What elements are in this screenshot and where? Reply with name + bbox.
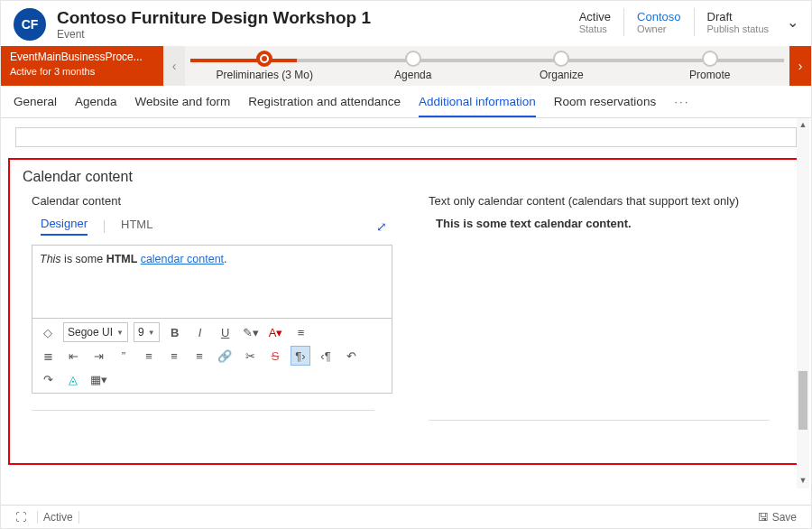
bpf-stage-promote[interactable]: Promote bbox=[636, 46, 785, 86]
tab-website[interactable]: Website and form bbox=[135, 95, 231, 117]
divider bbox=[429, 420, 770, 421]
stage-dot-icon bbox=[702, 51, 718, 67]
expand-icon[interactable]: ⤢ bbox=[376, 219, 387, 234]
bpf-next-arrow[interactable]: › bbox=[789, 46, 811, 86]
status-label: Status bbox=[579, 23, 611, 34]
editor-canvas[interactable]: This is some HTML calendar content. bbox=[32, 246, 392, 318]
footer-expand-icon[interactable]: ⛶ bbox=[10, 511, 32, 524]
stage-label: Promote bbox=[689, 69, 730, 81]
vertical-scrollbar[interactable]: ▲ ▼ bbox=[797, 118, 809, 488]
footer-bar: ⛶ Active 🖫 Save bbox=[1, 505, 811, 528]
editor-text: is some bbox=[64, 253, 106, 265]
status-value: Active bbox=[579, 10, 611, 23]
publish-value: Draft bbox=[707, 10, 769, 23]
tab-more[interactable]: ··· bbox=[674, 95, 689, 117]
stage-dot-icon bbox=[553, 51, 569, 67]
tab-additional-info[interactable]: Additional information bbox=[419, 95, 536, 117]
field-label-text: Text only calendar content (calendars th… bbox=[429, 194, 788, 208]
bpf-prev-arrow[interactable]: ‹ bbox=[163, 46, 185, 86]
rtl-icon[interactable]: ‹¶ bbox=[316, 346, 336, 366]
save-icon: 🖫 bbox=[758, 511, 769, 524]
align-right-icon[interactable]: ≡ bbox=[189, 346, 209, 366]
italic-icon[interactable]: I bbox=[190, 322, 210, 342]
scroll-down-icon[interactable]: ▼ bbox=[798, 476, 807, 487]
ltr-icon[interactable]: ¶› bbox=[291, 346, 310, 366]
bpf-stage-preliminaries[interactable]: Preliminaries (3 Mo) bbox=[190, 46, 339, 86]
owner-label: Owner bbox=[637, 23, 680, 34]
publish-label: Publish status bbox=[707, 23, 769, 34]
bpf-stage-organize[interactable]: Organize bbox=[487, 46, 636, 86]
tab-general[interactable]: General bbox=[14, 95, 57, 117]
text-only-content[interactable]: This is some text calendar content. bbox=[429, 217, 788, 230]
chevron-down-icon[interactable]: ⌄ bbox=[787, 14, 798, 31]
bold-icon[interactable]: B bbox=[165, 322, 185, 342]
font-color-icon[interactable]: A▾ bbox=[266, 322, 286, 342]
undo-icon[interactable]: ↶ bbox=[341, 346, 361, 366]
font-size-value: 9 bbox=[138, 326, 144, 339]
section-title: Calendar content bbox=[23, 169, 788, 185]
subtab-html[interactable]: HTML bbox=[121, 218, 152, 235]
clear-format-icon[interactable]: ◇ bbox=[38, 322, 58, 342]
bpf-duration: Active for 3 months bbox=[10, 65, 154, 78]
font-family-select[interactable]: Segoe UI▼ bbox=[63, 322, 128, 342]
collapsed-section bbox=[15, 127, 797, 147]
stage-label: Agenda bbox=[394, 69, 431, 81]
stage-label: Organize bbox=[540, 69, 584, 81]
outdent-icon[interactable]: ⇤ bbox=[63, 346, 83, 366]
bpf-stage-agenda[interactable]: Agenda bbox=[339, 46, 488, 86]
separator bbox=[78, 511, 79, 524]
stage-dot-icon bbox=[256, 51, 272, 67]
save-label: Save bbox=[772, 511, 797, 524]
highlight-icon[interactable]: ✎▾ bbox=[241, 322, 261, 342]
owner-link[interactable]: Contoso bbox=[637, 10, 680, 23]
editor-link[interactable]: calendar content bbox=[141, 253, 224, 265]
table-icon[interactable]: ▦▾ bbox=[88, 369, 108, 389]
stage-dot-icon bbox=[405, 51, 421, 67]
field-label-html: Calendar content bbox=[23, 194, 392, 208]
form-tabs: General Agenda Website and form Registra… bbox=[1, 86, 811, 118]
strike-icon[interactable]: S bbox=[265, 346, 285, 366]
editor-text: HTML bbox=[106, 253, 141, 265]
link-icon[interactable]: 🔗 bbox=[215, 346, 235, 366]
save-button[interactable]: 🖫 Save bbox=[752, 511, 802, 524]
business-process-flow: EventMainBusinessProce... Active for 3 m… bbox=[1, 46, 811, 86]
separator bbox=[104, 220, 105, 233]
bpf-name: EventMainBusinessProce... bbox=[10, 51, 154, 65]
tab-registration[interactable]: Registration and attendance bbox=[248, 95, 401, 117]
scroll-up-icon[interactable]: ▲ bbox=[798, 120, 807, 131]
rich-text-editor: This is some HTML calendar content. ◇ Se… bbox=[32, 245, 392, 394]
editor-text: This bbox=[40, 253, 61, 265]
quote-icon[interactable]: ” bbox=[114, 346, 134, 366]
page-title: Contoso Furniture Design Workshop 1 bbox=[57, 8, 371, 28]
redo-icon[interactable]: ↷ bbox=[38, 369, 58, 389]
unlink-icon[interactable]: ✂ bbox=[240, 346, 260, 366]
font-name-value: Segoe UI bbox=[68, 326, 113, 339]
tab-room-reservations[interactable]: Room reservations bbox=[554, 95, 656, 117]
editor-text: . bbox=[224, 253, 226, 265]
form-header: CF Contoso Furniture Design Workshop 1 E… bbox=[1, 1, 811, 46]
footer-status: Active bbox=[43, 511, 73, 524]
font-size-select[interactable]: 9▼ bbox=[134, 322, 160, 342]
editor-toolbar: ◇ Segoe UI▼ 9▼ B I U ✎▾ A▾ ≡ bbox=[32, 318, 392, 393]
bpf-flag[interactable]: EventMainBusinessProce... Active for 3 m… bbox=[1, 46, 163, 86]
separator bbox=[37, 511, 38, 524]
align-left-icon[interactable]: ≡ bbox=[139, 346, 159, 366]
bullets-icon[interactable]: ≡ bbox=[291, 322, 311, 342]
paint-icon[interactable]: ◬ bbox=[63, 369, 83, 389]
calendar-content-section: Calendar content Calendar content Design… bbox=[8, 158, 802, 465]
subtab-designer[interactable]: Designer bbox=[41, 217, 88, 236]
divider bbox=[32, 410, 374, 411]
avatar: CF bbox=[14, 8, 46, 41]
align-center-icon[interactable]: ≡ bbox=[164, 346, 184, 366]
tab-agenda[interactable]: Agenda bbox=[75, 95, 117, 117]
stage-label: Preliminaries (3 Mo) bbox=[217, 69, 313, 81]
numbered-list-icon[interactable]: ≣ bbox=[38, 346, 58, 366]
indent-icon[interactable]: ⇥ bbox=[88, 346, 108, 366]
underline-icon[interactable]: U bbox=[216, 322, 235, 342]
scroll-thumb[interactable] bbox=[798, 371, 807, 430]
entity-type: Event bbox=[57, 28, 371, 41]
